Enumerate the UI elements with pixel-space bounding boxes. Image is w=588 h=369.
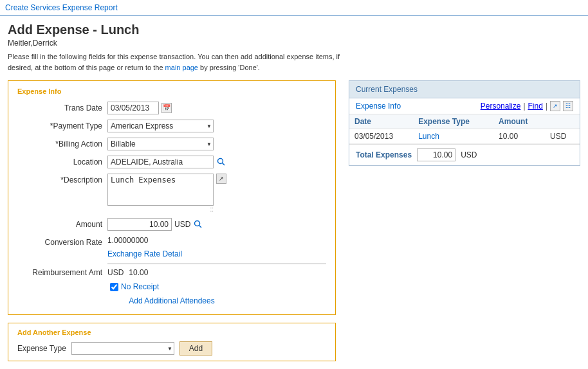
description-label: *Description xyxy=(17,174,107,184)
reimb-label: Reimbursement Amt xyxy=(17,268,107,277)
current-expenses-header: Current Expenses xyxy=(349,81,580,98)
svg-line-1 xyxy=(223,163,225,166)
trans-date-row: Trans Date 📅 xyxy=(17,102,326,114)
total-currency: USD xyxy=(461,150,477,159)
location-input[interactable] xyxy=(107,156,214,168)
table-row: 03/05/2013Lunch10.00USD xyxy=(349,129,580,144)
amount-label: Amount xyxy=(17,218,107,229)
conversion-rate-row: Conversion Rate 1.00000000 xyxy=(17,236,326,247)
expense-type-column-header: Expense Type xyxy=(413,114,493,129)
expense-info-tab[interactable]: Expense Info xyxy=(356,102,401,111)
add-attendees-row: Add Additional Attendees xyxy=(17,296,326,305)
add-attendees-link[interactable]: Add Additional Attendees xyxy=(129,296,214,305)
billing-action-row: *Billing Action Billable Non-Billable xyxy=(17,138,326,150)
expense-info-box: Expense Info Trans Date 📅 *Payment Type xyxy=(8,80,336,315)
main-page-link[interactable]: main page xyxy=(165,64,198,71)
add-button[interactable]: Add xyxy=(179,341,212,356)
location-row: Location xyxy=(17,156,326,168)
grid-icon[interactable]: ☷ xyxy=(563,101,573,111)
divider xyxy=(107,264,326,264)
resize-handle: :: xyxy=(107,206,214,213)
conversion-rate-value: 1.00000000 xyxy=(107,236,148,245)
personalize-link[interactable]: Personalize xyxy=(481,102,521,111)
exchange-rate-spacer xyxy=(17,249,107,251)
amount-column-header: Amount xyxy=(493,114,545,129)
total-amount-input xyxy=(417,148,455,161)
billing-action-label: *Billing Action xyxy=(17,138,107,148)
total-row: Total Expenses USD xyxy=(349,144,580,165)
left-panel: Expense Info Trans Date 📅 *Payment Type xyxy=(8,80,336,369)
svg-point-0 xyxy=(218,159,223,164)
reimb-row: Reimbursement Amt USD 10.00 xyxy=(17,268,326,277)
toolbar-separator: | xyxy=(523,102,525,111)
currency-column-header xyxy=(545,114,580,129)
add-expense-title: Add Another Expense xyxy=(17,328,326,336)
user-name: Meitler,Derrick xyxy=(8,39,580,48)
location-search-icon[interactable] xyxy=(216,157,226,167)
row-date: 03/05/2013 xyxy=(349,129,413,144)
no-receipt-checkbox[interactable] xyxy=(110,283,118,291)
export-icon[interactable]: ↗ xyxy=(550,101,560,111)
current-expenses-box: Current Expenses Expense Info Personaliz… xyxy=(349,80,580,166)
expense-info-title: Expense Info xyxy=(17,87,326,95)
payment-type-label: *Payment Type xyxy=(17,120,107,130)
expand-icon[interactable]: ↗ xyxy=(216,174,226,184)
trans-date-input[interactable] xyxy=(107,102,159,114)
toolbar-separator2: | xyxy=(546,102,547,111)
currency-label: USD xyxy=(174,220,190,229)
add-expense-section: Add Another Expense Expense Type Add xyxy=(8,323,336,361)
svg-line-3 xyxy=(199,226,202,228)
current-expenses-toolbar: Expense Info Personalize | Find | ↗ ☷ xyxy=(349,98,580,114)
no-receipt-row: No Receipt xyxy=(110,282,326,291)
row-expense-type: Lunch xyxy=(413,129,493,144)
exchange-rate-row: Exchange Rate Detail xyxy=(17,249,326,258)
amount-input[interactable] xyxy=(107,218,172,231)
description-row: *Description ↗ :: xyxy=(17,174,326,213)
row-currency: USD xyxy=(545,129,580,144)
expense-heading: Add Expense - Lunch xyxy=(8,22,580,37)
add-expense-row: Expense Type Add xyxy=(17,341,326,356)
total-label: Total Expenses xyxy=(356,150,412,159)
reimb-amount: 10.00 xyxy=(129,268,148,277)
location-label: Location xyxy=(17,156,107,166)
date-column-header: Date xyxy=(349,114,413,129)
right-panel: Current Expenses Expense Info Personaliz… xyxy=(349,80,580,166)
reimb-currency: USD xyxy=(107,268,124,277)
expense-type-select[interactable] xyxy=(71,342,174,355)
payment-type-select[interactable]: American Express Cash Personal Credit Ca… xyxy=(107,120,214,132)
no-receipt-label[interactable]: No Receipt xyxy=(121,282,159,291)
expense-type-label: Expense Type xyxy=(17,344,66,353)
payment-type-row: *Payment Type American Express Cash Pers… xyxy=(17,120,326,132)
expense-type-link[interactable]: Lunch xyxy=(418,132,439,141)
page-title: Create Services Expense Report xyxy=(5,3,118,12)
row-amount: 10.00 xyxy=(493,129,545,144)
instructions-text: Please fill in the following fields for … xyxy=(8,51,342,73)
exchange-rate-link[interactable]: Exchange Rate Detail xyxy=(107,249,182,258)
svg-point-2 xyxy=(195,221,200,226)
billing-action-select[interactable]: Billable Non-Billable xyxy=(107,138,214,150)
amount-row: Amount USD xyxy=(17,218,326,231)
currency-search-icon[interactable] xyxy=(193,219,203,230)
find-link[interactable]: Find xyxy=(528,102,543,111)
description-textarea[interactable] xyxy=(107,174,214,206)
expenses-table: Date Expense Type Amount 03/05/2013Lunch… xyxy=(349,114,580,144)
conversion-rate-label: Conversion Rate xyxy=(17,236,107,247)
trans-date-label: Trans Date xyxy=(17,102,107,113)
calendar-icon[interactable]: 📅 xyxy=(161,103,172,113)
